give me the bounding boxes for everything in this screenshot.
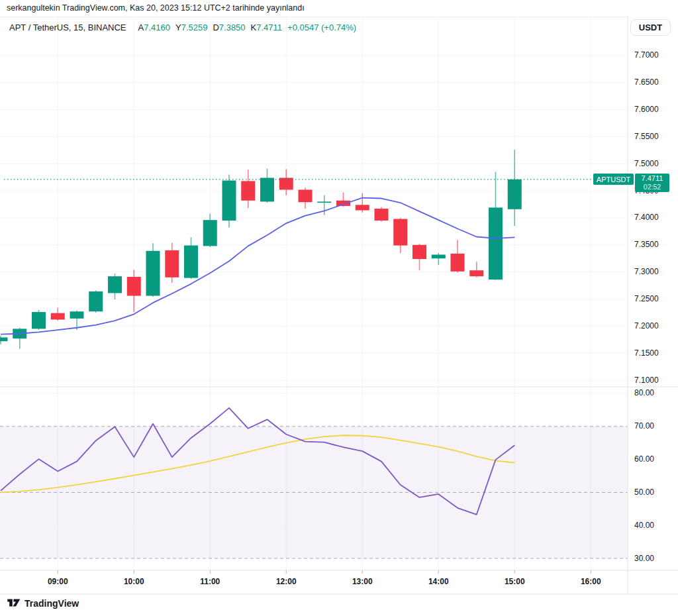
low-value: 7.3850 bbox=[219, 23, 246, 32]
tradingview-logo-icon bbox=[7, 599, 21, 609]
close-value: 7.4711 bbox=[256, 23, 282, 32]
rsi-pane[interactable] bbox=[0, 387, 628, 570]
tradingview-brand-text: TradingView bbox=[24, 598, 79, 609]
price-pane[interactable] bbox=[0, 17, 628, 387]
currency-toggle-button[interactable]: USDT bbox=[630, 19, 671, 36]
last-price-symbol-badge: APTUSDT bbox=[593, 174, 634, 185]
open-value: 7.4160 bbox=[144, 23, 170, 32]
close-key: K bbox=[251, 23, 257, 32]
high-value: 7.5259 bbox=[181, 23, 208, 32]
bar-countdown: 02:52 bbox=[638, 183, 667, 191]
time-axis[interactable] bbox=[0, 570, 628, 594]
high-key: Y bbox=[175, 23, 181, 32]
low-key: D bbox=[213, 23, 218, 32]
change-value: +0.0547 (+0.74%) bbox=[287, 23, 356, 32]
tradingview-published-chart: serkangultekin TradingView.com, Kas 20, … bbox=[0, 0, 678, 616]
symbol-legend[interactable]: APT / TetherUS, 15, BINANCEA7.4160Y7.525… bbox=[9, 23, 356, 32]
price-axis[interactable] bbox=[628, 17, 678, 570]
last-price-value: 7.4711 bbox=[638, 174, 667, 183]
open-key: A bbox=[138, 23, 144, 32]
last-price-badge: 7.4711 02:52 bbox=[635, 174, 669, 192]
tradingview-attribution[interactable]: TradingView bbox=[7, 598, 79, 609]
symbol-title[interactable]: APT / TetherUS, 15, BINANCE bbox=[9, 23, 126, 32]
